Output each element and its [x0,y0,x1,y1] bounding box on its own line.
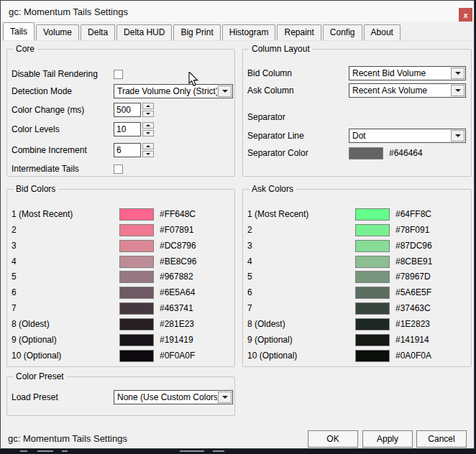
apply-button[interactable]: Apply [362,430,413,448]
chevron-down-icon [222,90,228,93]
separator-line-dropdown-button[interactable] [451,130,464,142]
ask-color-hex: #0A0F0A [395,351,463,361]
ask-color-swatch[interactable] [355,271,390,283]
chevron-down-icon [455,134,461,137]
bid-color-label: 3 [12,241,114,251]
bid-color-swatch[interactable] [119,334,154,346]
bid-color-label: 6 [12,287,114,297]
chevron-down-icon [146,132,150,134]
bid-color-label: 7 [12,303,114,313]
chevron-down-icon [455,72,461,75]
ask-color-label: 5 [247,272,349,282]
load-preset-dropdown-button[interactable] [218,392,232,403]
separator-color-swatch[interactable] [349,147,383,159]
bid-color-swatch[interactable] [119,224,154,236]
ask-color-swatch[interactable] [355,208,390,221]
tab-tails[interactable]: Tails [3,22,35,40]
intermediate-tails-checkbox[interactable] [114,165,123,174]
tab-delta-hud[interactable]: Delta HUD [116,24,172,40]
bid-color-swatch[interactable] [119,318,154,330]
ask-color-label: 8 (Oldest) [247,319,349,329]
bid-column-dropdown-button[interactable] [451,68,464,79]
bid-column-value: Recent Bid Volume [349,67,450,80]
color-change-input[interactable] [114,103,141,117]
bid-color-swatch[interactable] [119,271,154,283]
group-core-title: Core [13,44,37,54]
tab-repaint[interactable]: Repaint [277,24,321,40]
bid-color-swatch[interactable] [119,287,154,299]
bid-color-swatch[interactable] [119,350,154,362]
chevron-down-icon [455,89,461,92]
ask-color-swatch[interactable] [355,256,390,268]
bid-color-swatch[interactable] [119,302,154,315]
tab-delta[interactable]: Delta [81,24,115,40]
color-levels-spin-down-button[interactable] [142,130,154,136]
tab-bar: Tails Volume Delta Delta HUD Big Print H… [3,23,402,40]
detection-mode-dropdown-button[interactable] [218,85,232,97]
ask-color-swatch[interactable] [355,334,390,346]
intermediate-tails-label: Intermediate Tails [12,164,114,174]
detection-mode-select[interactable]: Trade Volume Only (Strict) [114,84,233,98]
bid-color-swatch[interactable] [119,208,154,221]
ask-color-swatch[interactable] [355,240,390,252]
ask-column-select[interactable]: Recent Ask Volume [349,83,466,98]
ask-color-swatch[interactable] [355,224,390,236]
bid-column-select[interactable]: Recent Bid Volume [349,66,466,80]
ask-color-swatch[interactable] [355,302,390,315]
footer-status: gc: Momentum Tails Settings [8,433,127,444]
background-artifact [62,450,68,452]
color-change-label: Color Change (ms) [12,105,114,115]
combine-increment-input[interactable] [114,143,141,157]
ask-color-hex: #78967D [395,272,463,282]
color-change-stepper [114,103,154,117]
ask-color-label: 2 [247,225,349,235]
group-ask-colors-title: Ask Colors [249,184,296,194]
ask-color-hex: #64FF8C [395,209,463,219]
load-preset-select[interactable]: None (Use Custom Colors) [114,390,233,404]
separator-line-select[interactable]: Dot [349,129,466,143]
window-title: gc: Momentum Tails Settings [9,6,128,17]
ask-color-label: 3 [247,241,349,251]
chevron-up-icon [146,145,150,147]
background-artifact [37,450,53,452]
bid-color-hex: #6E5A64 [160,287,227,297]
group-bid-colors-title: Bid Colors [13,184,58,194]
group-ask-colors: Ask Colors 1 (Most Recent)#64FF8C 2#78F0… [242,189,472,367]
color-levels-stepper [114,122,154,136]
tab-about[interactable]: About [364,24,401,40]
tab-volume[interactable]: Volume [36,24,79,40]
bid-color-label: 8 (Oldest) [12,319,114,329]
bid-column-label: Bid Column [247,68,349,78]
color-levels-input[interactable] [114,122,141,136]
ask-color-swatch[interactable] [355,350,390,362]
ask-color-label: 10 (Optional) [247,351,349,361]
ask-color-swatch[interactable] [355,318,390,330]
combine-increment-spin-down-button[interactable] [142,151,154,157]
titlebar[interactable]: gc: Momentum Tails Settings x [1,1,474,22]
bid-color-hex: #967882 [160,272,227,282]
ask-column-label: Ask Column [247,85,349,96]
chevron-down-icon [222,396,228,399]
color-change-spin-down-button[interactable] [142,111,154,117]
tab-config[interactable]: Config [323,24,362,40]
close-button[interactable]: x [459,8,472,22]
chevron-down-icon [146,153,150,155]
cancel-button[interactable]: Cancel [416,430,467,448]
chevron-down-icon [146,113,150,115]
ask-color-hex: #8CBE91 [395,256,463,267]
ask-column-dropdown-button[interactable] [451,85,464,96]
color-levels-spin-up-button[interactable] [142,122,154,129]
background-artifact [213,450,224,452]
ask-color-swatch[interactable] [355,287,390,299]
bid-color-swatch[interactable] [119,240,154,252]
separator-color-label: Separator Color [247,148,349,158]
bid-color-swatch[interactable] [119,256,154,268]
ok-button[interactable]: OK [308,430,358,448]
color-change-spin-up-button[interactable] [142,103,154,109]
settings-dialog: gc: Momentum Tails Settings x Tails Volu… [0,0,475,449]
disable-tail-rendering-checkbox[interactable] [114,70,123,79]
tab-big-print[interactable]: Big Print [173,24,220,40]
combine-increment-spin-up-button[interactable] [142,143,154,149]
ask-color-hex: #37463C [395,303,463,313]
tab-histogram[interactable]: Histogram [222,24,276,40]
